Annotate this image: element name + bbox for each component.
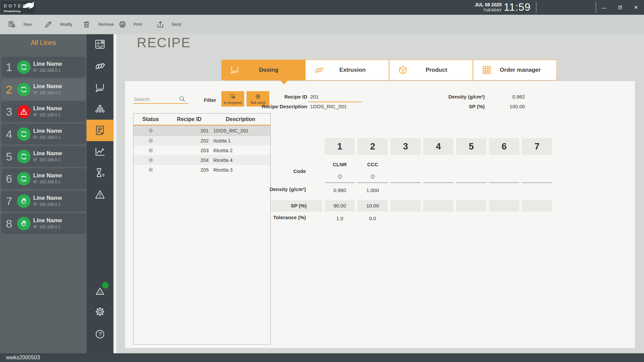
table-row-203[interactable]: 203 Ricetta 2 [133, 145, 270, 155]
table-row-202[interactable]: 202 ricetta 1 [133, 136, 270, 145]
filter-label: Filter [204, 97, 221, 103]
sp-field-2[interactable]: 10.00 [358, 200, 388, 212]
line-item-5[interactable]: 5 Line Name IP: 192.168.0.1 [1, 146, 86, 167]
code-field-1[interactable]: CLNR [325, 162, 355, 168]
remove-button[interactable]: Remove [82, 15, 114, 34]
hand-stop-status-icon [17, 194, 31, 208]
online-status-dot [102, 282, 109, 289]
dolphin-logo-icon [22, 1, 37, 10]
nav-material-status[interactable] [87, 280, 113, 301]
nav-history[interactable] [87, 162, 113, 183]
description-cell: ricetta 1 [211, 138, 270, 143]
tolerance-field-4[interactable] [423, 215, 453, 223]
sp-field-7[interactable] [522, 200, 552, 212]
brand-group-label: PiovanGroup [4, 10, 20, 13]
new-button[interactable]: New [7, 15, 32, 34]
code-field-2[interactable]: CCC [358, 162, 388, 168]
nav-alarms[interactable] [87, 184, 113, 205]
line-number: 8 [2, 213, 16, 234]
code-field-underline [456, 182, 486, 183]
sp-field-1[interactable]: 90.00 [325, 200, 355, 212]
description-cell: Ricetta 2 [211, 148, 270, 153]
line-item-6[interactable]: 6 Line Name IP: 192.168.0.1 [1, 168, 86, 189]
density-field-2[interactable]: 1.000 [358, 186, 388, 194]
info-icon[interactable] [325, 174, 355, 179]
line-number: 2 [2, 79, 16, 100]
line-item-4[interactable]: 4 Line Name IP: 192.168.0.1 [1, 124, 86, 144]
modify-button[interactable]: Modify [44, 15, 72, 34]
scrollbar[interactable] [114, 34, 116, 353]
line-item-1[interactable]: 1 Line Name IP: 192.168.0.1 [1, 57, 86, 77]
code-field-4[interactable] [423, 162, 453, 168]
all-lines-header[interactable]: All Lines [0, 39, 87, 47]
density-field-7[interactable] [522, 186, 552, 194]
tab-order-manager[interactable]: Order manager [473, 60, 557, 80]
tolerance-field-2[interactable]: 0.0 [358, 215, 388, 223]
close-button[interactable]: ✕ [629, 0, 643, 15]
line-name: Line Name [33, 83, 62, 90]
tolerance-field-1[interactable]: 1.0 [325, 215, 355, 223]
line-ip: IP: 192.168.0.1 [33, 68, 60, 73]
nav-extrusion[interactable] [87, 55, 113, 77]
not-sent-status-icon [133, 167, 168, 173]
tab-label: Dosing [240, 67, 297, 73]
recipe-id-field[interactable]: 201 [310, 94, 319, 100]
density-field-4[interactable] [423, 186, 453, 194]
upload-icon [156, 20, 165, 29]
code-field-underline [522, 182, 552, 183]
line-item-3[interactable]: 3 Line Name IP: 192.168.0.1 [1, 101, 86, 122]
sp-field-6[interactable] [489, 200, 519, 212]
print-button[interactable]: Print [118, 15, 142, 34]
trend-chart-icon [94, 145, 106, 158]
code-field-5[interactable] [456, 162, 486, 168]
tolerance-field-5[interactable] [456, 215, 486, 223]
sp-field-4[interactable] [423, 200, 453, 212]
tab-label: Extrusion [324, 67, 381, 73]
minimize-button[interactable]: — [596, 0, 611, 15]
nav-dashboard[interactable] [87, 34, 113, 55]
sync-status-icon [17, 60, 31, 74]
search-icon[interactable] [178, 95, 186, 103]
info-icon[interactable] [358, 174, 388, 179]
table-row-201[interactable]: 201 1DOS_RIC_201 [133, 125, 270, 136]
code-field-6[interactable] [489, 162, 519, 168]
col-header-description[interactable]: Description [211, 116, 270, 122]
send-label: Send [171, 22, 181, 27]
send-button[interactable]: Send [156, 15, 181, 34]
table-row-204[interactable]: 204 Ricetta 4 [133, 155, 270, 165]
recipe-description-field[interactable]: 1DOS_RIC_201 [310, 104, 346, 109]
sp-field-5[interactable] [456, 200, 486, 212]
density-field-1[interactable]: 0.980 [325, 186, 355, 194]
tab-dosing[interactable]: Dosing [221, 60, 305, 80]
nav-dosing[interactable] [87, 77, 113, 99]
nav-trends[interactable] [87, 141, 113, 162]
col-header-status[interactable]: Status [133, 116, 168, 122]
tab-product[interactable]: Product [389, 60, 473, 80]
weekday-label: TUESDAY [446, 8, 502, 12]
sync-status-icon [17, 150, 31, 163]
nav-recipe-active[interactable]: 100 [87, 120, 113, 141]
tolerance-field-7[interactable] [522, 215, 552, 223]
line-item-8[interactable]: 8 Line Name IP: 192.168.0.1 [1, 213, 86, 234]
nav-materials[interactable] [87, 98, 113, 120]
code-field-3[interactable] [390, 162, 421, 168]
density-field-6[interactable] [489, 186, 519, 194]
density-field-3[interactable] [390, 186, 421, 194]
line-item-7[interactable]: 7 Line Name IP: 192.168.0.1 [1, 191, 86, 212]
recipe-id-cell: 205 [168, 167, 211, 173]
line-number: 4 [2, 124, 16, 144]
restore-button[interactable] [612, 0, 627, 15]
tolerance-field-3[interactable] [390, 215, 421, 223]
hourglass-log-icon [94, 167, 106, 179]
line-name: Line Name [33, 128, 62, 134]
col-header-recipe-id[interactable]: Recipe ID [168, 116, 211, 122]
nav-help[interactable]: ? [87, 323, 113, 345]
line-item-2-selected[interactable]: 2 Line Name IP: 192.168.0.1 [1, 79, 86, 100]
tab-extrusion[interactable]: Extrusion [305, 60, 389, 80]
active-tab-pointer [280, 80, 288, 84]
sp-field-3[interactable] [390, 200, 421, 212]
code-field-7[interactable] [522, 162, 552, 168]
density-field-5[interactable] [456, 186, 486, 194]
tolerance-field-6[interactable] [489, 215, 519, 223]
nav-settings[interactable] [87, 301, 113, 322]
